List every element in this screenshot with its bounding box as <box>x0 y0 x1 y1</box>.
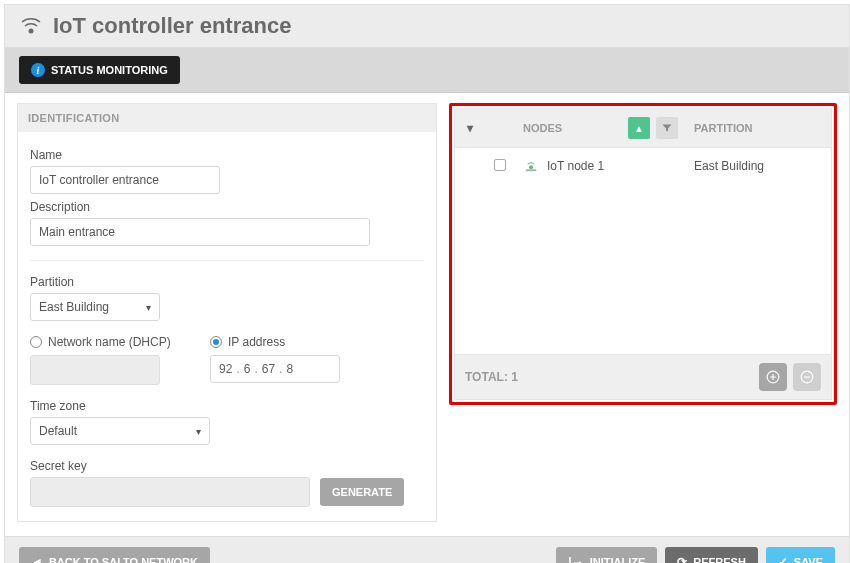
nodes-highlight-box: ▾ NODES ▲ PARTITION <box>449 103 837 405</box>
sub-toolbar: i STATUS MONITORING <box>5 48 849 93</box>
select-all-checkbox-header <box>485 120 515 136</box>
partition-select[interactable]: East Building ▾ <box>30 293 160 321</box>
timezone-label: Time zone <box>30 399 424 413</box>
partition-value: East Building <box>39 300 109 314</box>
ip-address-input[interactable]: 92. 6. 67. 8 <box>210 355 340 383</box>
sync-icon: |→ <box>568 555 583 563</box>
secret-key-label: Secret key <box>30 459 424 473</box>
network-dhcp-label: Network name (DHCP) <box>48 335 171 349</box>
identification-header: IDENTIFICATION <box>18 104 436 132</box>
svg-point-1 <box>529 165 533 169</box>
page-title: IoT controller entrance <box>53 13 291 39</box>
column-partition-label[interactable]: PARTITION <box>686 114 831 142</box>
partition-label: Partition <box>30 275 424 289</box>
radio-checked-icon <box>210 336 222 348</box>
nodes-panel: ▾ NODES ▲ PARTITION <box>449 103 837 522</box>
back-label: BACK TO SALTO NETWORK <box>49 556 198 563</box>
node-name: IoT node 1 <box>547 159 604 173</box>
name-label: Name <box>30 148 424 162</box>
generate-button[interactable]: GENERATE <box>320 478 404 506</box>
info-icon: i <box>31 63 45 77</box>
network-ip-radio[interactable]: IP address <box>210 335 340 349</box>
title-bar: IoT controller entrance <box>5 5 849 48</box>
name-input[interactable]: IoT controller entrance <box>30 166 220 194</box>
main-content: IDENTIFICATION Name IoT controller entra… <box>5 93 849 536</box>
network-dhcp-radio[interactable]: Network name (DHCP) <box>30 335 180 349</box>
column-nodes-label[interactable]: NODES <box>523 122 562 134</box>
chevron-left-icon: ◄ <box>31 555 43 563</box>
row-checkbox[interactable] <box>494 159 506 171</box>
svg-rect-2 <box>526 169 537 171</box>
nodes-table-header: ▾ NODES ▲ PARTITION <box>454 108 832 148</box>
status-monitoring-label: STATUS MONITORING <box>51 64 168 76</box>
radio-unchecked-icon <box>30 336 42 348</box>
initialize-label: INITIALIZE <box>590 556 646 563</box>
sort-asc-button[interactable]: ▲ <box>628 117 650 139</box>
description-input[interactable]: Main entrance <box>30 218 370 246</box>
chevron-down-icon: ▾ <box>467 121 473 135</box>
remove-node-button[interactable] <box>793 363 821 391</box>
description-label: Description <box>30 200 424 214</box>
chevron-down-icon: ▾ <box>146 302 151 313</box>
add-node-button[interactable] <box>759 363 787 391</box>
ip-octet-2[interactable]: 6 <box>244 362 251 376</box>
save-label: SAVE <box>794 556 823 563</box>
refresh-label: REFRESH <box>693 556 746 563</box>
iot-node-icon <box>523 158 539 174</box>
dhcp-name-input-disabled <box>30 355 160 385</box>
table-row[interactable]: IoT node 1 East Building <box>454 148 832 184</box>
filter-button[interactable] <box>656 117 678 139</box>
app-window: IoT controller entrance i STATUS MONITOR… <box>4 4 850 563</box>
timezone-select[interactable]: Default ▾ <box>30 417 210 445</box>
nodes-total-bar: TOTAL: 1 <box>454 354 832 400</box>
network-ip-label: IP address <box>228 335 285 349</box>
timezone-value: Default <box>39 424 77 438</box>
iot-controller-icon <box>19 14 43 38</box>
total-label: TOTAL: <box>465 370 508 384</box>
total-count: 1 <box>511 370 518 384</box>
nodes-table-body-empty <box>454 184 832 354</box>
back-button[interactable]: ◄ BACK TO SALTO NETWORK <box>19 547 210 563</box>
refresh-icon: ⟳ <box>677 555 687 563</box>
initialize-button[interactable]: |→ INITIALIZE <box>556 547 657 563</box>
ip-octet-1[interactable]: 92 <box>219 362 232 376</box>
svg-point-0 <box>29 29 34 34</box>
status-monitoring-button[interactable]: i STATUS MONITORING <box>19 56 180 84</box>
save-button[interactable]: ✓ SAVE <box>766 547 835 563</box>
identification-panel: IDENTIFICATION Name IoT controller entra… <box>17 103 437 522</box>
secret-key-input-disabled <box>30 477 310 507</box>
ip-octet-3[interactable]: 67 <box>262 362 275 376</box>
refresh-button[interactable]: ⟳ REFRESH <box>665 547 758 563</box>
ip-octet-4[interactable]: 8 <box>286 362 293 376</box>
chevron-down-icon: ▾ <box>196 426 201 437</box>
check-icon: ✓ <box>778 555 788 563</box>
expand-all-toggle[interactable]: ▾ <box>455 113 485 143</box>
node-partition: East Building <box>686 149 831 183</box>
footer-bar: ◄ BACK TO SALTO NETWORK |→ INITIALIZE ⟳ … <box>5 536 849 563</box>
